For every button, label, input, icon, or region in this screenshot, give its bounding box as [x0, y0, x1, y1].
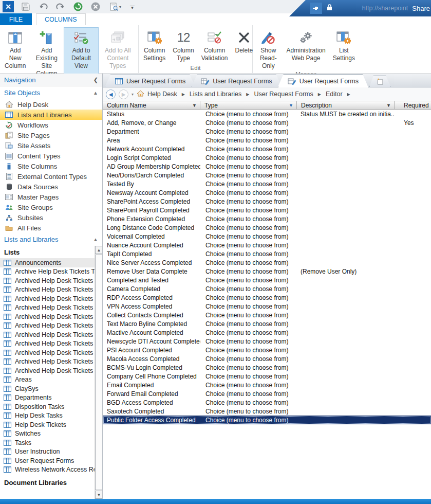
document-tab-3[interactable]: User Request Forms: [278, 74, 368, 87]
table-row[interactable]: Macola Access CompletedChoice (menu to c…: [103, 354, 431, 363]
sidebar-item-workflows[interactable]: Workflows: [0, 120, 102, 130]
table-row[interactable]: Saxotech CompletedChoice (menu to choose…: [103, 407, 431, 416]
table-row[interactable]: Nice Server Access CompletedChoice (menu…: [103, 258, 431, 267]
back-button[interactable]: ◀: [106, 89, 116, 99]
refresh-button[interactable]: [72, 2, 84, 12]
table-row[interactable]: Newscycle DTI Account CompletedChoice (m…: [103, 337, 431, 346]
table-row[interactable]: AreaChoice (menu to choose from): [103, 136, 431, 145]
sidebar-item-site-pages[interactable]: Site Pages: [0, 130, 102, 140]
tab-columns[interactable]: COLUMNS: [36, 13, 86, 25]
list-item-archived-help-desk-tickets-2015[interactable]: Archived Help Desk Tickets 2015: [0, 366, 95, 375]
scrollbar-thumb[interactable]: [95, 255, 103, 490]
list-item-archived-help-desk-tickets-2013[interactable]: Archived Help Desk Tickets 2013: [0, 348, 95, 357]
sidebar-item-lists-and-libraries[interactable]: Lists and Libraries: [0, 110, 102, 120]
table-row[interactable]: RDP Access CompletedChoice (menu to choo…: [103, 293, 431, 302]
add-existing-site-column-button[interactable]: Add ExistingSite Column: [29, 27, 64, 78]
column-type-button[interactable]: 12 ColumnType: [169, 27, 197, 64]
save-button[interactable]: [20, 2, 31, 12]
list-item-disposition-tasks[interactable]: Disposition Tasks: [0, 402, 95, 411]
sidebar-item-all-files[interactable]: All Files: [0, 223, 102, 233]
table-row[interactable]: Camera CompletedChoice (menu to choose f…: [103, 284, 431, 293]
sidebar-item-subsites[interactable]: Subsites: [0, 212, 102, 223]
list-item-archived-help-desk-tickets-2008[interactable]: Archived Help Desk Tickets 2008: [0, 303, 95, 313]
list-item-archive-help-desk-tickets-tasks[interactable]: Archive Help Desk Tickets Tasks: [0, 267, 95, 277]
table-row[interactable]: Text Macro Byline CompletedChoice (menu …: [103, 319, 431, 328]
site-objects-header[interactable]: Site Objects ▲: [0, 86, 102, 99]
list-item-announcements[interactable]: Announcements: [0, 258, 95, 267]
table-row[interactable]: Company Cell Phone CompletedChoice (menu…: [103, 372, 431, 381]
list-item-switches[interactable]: Switches: [0, 429, 95, 439]
history-dropdown-caret[interactable]: ▾: [132, 92, 134, 97]
table-row[interactable]: TapIt CompletedChoice (menu to choose fr…: [103, 249, 431, 258]
table-row[interactable]: BGD Access CompletedChoice (menu to choo…: [103, 398, 431, 407]
list-item-archived-help-desk-tickets-2006[interactable]: Archived Help Desk Tickets 2006: [0, 285, 95, 295]
scrollbar-up-button[interactable]: ▲: [95, 246, 103, 254]
redo-button[interactable]: [55, 2, 66, 12]
list-item-tasks[interactable]: Tasks: [0, 438, 95, 447]
scrollbar-down-button[interactable]: ▼: [95, 491, 103, 499]
table-row[interactable]: DepartmentChoice (menu to choose from): [103, 127, 431, 136]
pin-icon[interactable]: [310, 3, 322, 14]
add-new-column-button[interactable]: Add NewColumn ▾: [1, 27, 29, 78]
list-item-departments[interactable]: Departments: [0, 393, 95, 403]
list-item-archived-help-desk-tickets-2007[interactable]: Archived Help Desk Tickets 2007: [0, 294, 95, 303]
add-to-default-view-button[interactable]: Add toDefault View: [64, 27, 98, 78]
list-item-archived-help-desk-tickets-2014[interactable]: Archived Help Desk Tickets 2014: [0, 357, 95, 367]
breadcrumb-item-help-desk[interactable]: Help Desk: [147, 91, 177, 98]
breadcrumb-item-editor[interactable]: Editor: [326, 91, 343, 98]
list-item-user-request-forms[interactable]: User Request Forms: [0, 456, 95, 465]
table-row[interactable]: BCMS-Vu Login CompletedChoice (menu to c…: [103, 363, 431, 372]
table-row[interactable]: Newsway Account CompletedChoice (menu to…: [103, 188, 431, 197]
table-row[interactable]: Forward Email CompletedChoice (menu to c…: [103, 389, 431, 398]
list-item-archived-help-desk-tickets-2012[interactable]: Archived Help Desk Tickets 2012: [0, 339, 95, 349]
table-row[interactable]: Public Folder Access CompletedChoice (me…: [103, 416, 431, 424]
list-item-archived-help-desk-tickets-2010[interactable]: Archived Help Desk Tickets 2010: [0, 321, 95, 331]
table-row[interactable]: Tested ByChoice (menu to choose from): [103, 179, 431, 188]
table-row[interactable]: Collect Contacts CompletedChoice (menu t…: [103, 311, 431, 319]
list-item-areas[interactable]: Areas: [0, 375, 95, 385]
breadcrumb-item-user-request-forms[interactable]: User Request Forms: [254, 91, 313, 98]
table-row[interactable]: SharePoint Payroll CompletedChoice (menu…: [103, 206, 431, 214]
column-header-type[interactable]: Type▼: [200, 101, 297, 109]
sidebar-item-site-assets[interactable]: Site Assets: [0, 140, 102, 151]
list-item-help-desk-tasks[interactable]: Help Desk Tasks: [0, 411, 95, 421]
table-row[interactable]: Network Account CompletedChoice (menu to…: [103, 145, 431, 153]
sidebar-item-site-columns[interactable]: Site Columns: [0, 161, 102, 171]
list-settings-button[interactable]: ListSettings: [329, 27, 359, 70]
table-row[interactable]: Add, Remove, or ChangeChoice (menu to ch…: [103, 118, 431, 127]
table-row[interactable]: AD Group Membership CompletedChoice (men…: [103, 162, 431, 171]
table-row[interactable]: Remove User Data CompleteChoice (menu to…: [103, 267, 431, 276]
preview-button[interactable]: ▾: [107, 2, 124, 12]
column-header-description[interactable]: Description▼: [297, 101, 395, 109]
sidebar-item-data-sources[interactable]: Data Sources: [0, 182, 102, 192]
list-item-help-desk-tickets[interactable]: Help Desk Tickets: [0, 420, 95, 429]
column-validation-button[interactable]: ColumnValidation: [198, 27, 232, 64]
table-row[interactable]: VPN Access CompletedChoice (menu to choo…: [103, 302, 431, 311]
column-header-required[interactable]: Required: [395, 101, 431, 109]
table-row[interactable]: Long Distance Code CompletedChoice (menu…: [103, 223, 431, 232]
list-item-wireless-network-access-reque[interactable]: Wireless Network Access Reque: [0, 465, 95, 475]
list-item-archived-help-desk-tickets-200[interactable]: Archived Help Desk Tickets - 200: [0, 276, 95, 285]
table-row[interactable]: PSI Account CompletedChoice (menu to cho…: [103, 346, 431, 354]
table-row[interactable]: Neo/Doris/Darch CompletedChoice (menu to…: [103, 171, 431, 179]
collapse-pane-icon[interactable]: ❮: [93, 77, 98, 83]
filter-dropdown-icon[interactable]: ▼: [386, 103, 391, 108]
table-row[interactable]: Nuance Account CompletedChoice (menu to …: [103, 241, 431, 249]
document-tab-2[interactable]: User Request Forms: [191, 75, 282, 87]
table-row[interactable]: Mactive Account CompletedChoice (menu to…: [103, 328, 431, 337]
list-item-claysys[interactable]: ClaySys: [0, 384, 95, 393]
show-read-only-button[interactable]: ShowRead-Only: [254, 27, 283, 70]
filter-dropdown-icon[interactable]: ▼: [192, 103, 197, 108]
breadcrumb-item-lists-and-libraries[interactable]: Lists and Libraries: [190, 91, 241, 98]
new-tab-button[interactable]: [369, 76, 391, 87]
document-tab-1[interactable]: User Request Forms: [105, 75, 195, 87]
sidebar-item-help-desk[interactable]: Help Desk: [0, 99, 102, 110]
table-row[interactable]: Phone Extension CompletedChoice (menu to…: [103, 214, 431, 223]
list-item-archived-help-desk-tickets-2011[interactable]: Archived Help Desk Tickets 2011: [0, 330, 95, 339]
table-row[interactable]: Completed and TestedChoice (menu to choo…: [103, 276, 431, 284]
sidebar-scrollbar[interactable]: ▲ ▼: [95, 246, 102, 499]
administration-web-page-button[interactable]: AdministrationWeb Page: [283, 27, 329, 70]
customize-qat-button[interactable]: —▾: [130, 5, 135, 9]
column-header-column-name[interactable]: Column Name▼: [103, 101, 200, 109]
app-icon[interactable]: ✕: [3, 1, 14, 12]
